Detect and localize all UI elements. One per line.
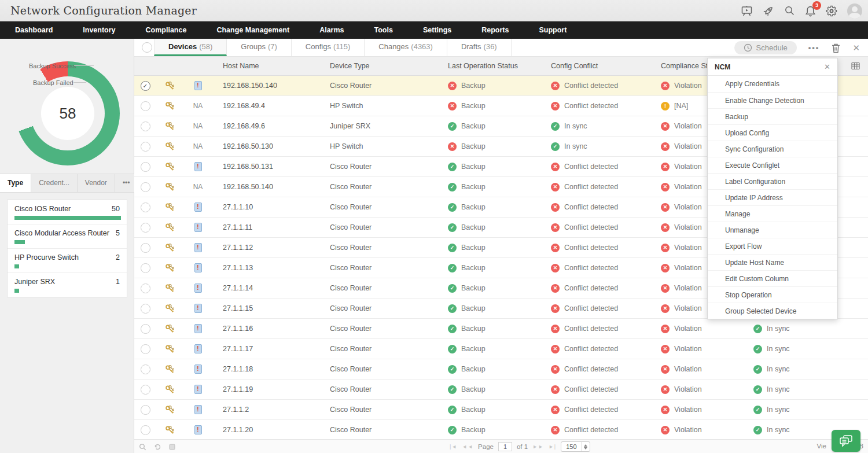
col-header-config-conflict[interactable]: Config Conflict (539, 57, 652, 75)
user-avatar[interactable] (847, 3, 862, 19)
page-number-input[interactable] (498, 442, 512, 451)
row-checkbox[interactable] (141, 162, 150, 172)
host-name[interactable]: 192.168.50.140 (223, 183, 273, 191)
row-checkbox[interactable] (141, 425, 150, 435)
menu-item-manage[interactable]: Manage (708, 205, 837, 222)
col-header-last-operation-status[interactable]: Last Operation Status (429, 57, 539, 75)
table-row[interactable]: !27.1.1.17Cisco Router✓Backup✕Conflict d… (134, 339, 868, 359)
table-search-icon[interactable] (139, 443, 146, 451)
last-page-button[interactable]: ►| (549, 444, 556, 450)
nav-item-tools[interactable]: Tools (359, 21, 408, 39)
row-checkbox[interactable] (141, 243, 150, 253)
host-name[interactable]: 27.1.1.19 (223, 385, 253, 393)
type-list-item[interactable]: Cisco Modular Access Router5 (8, 224, 127, 249)
host-name[interactable]: 27.1.1.13 (223, 264, 253, 272)
select-all-checkbox[interactable] (142, 42, 152, 53)
row-checkbox[interactable] (141, 101, 150, 111)
menu-item-enable-change-detection[interactable]: Enable Change Detection (708, 92, 837, 108)
menu-item-unmanage[interactable]: Unmanage (708, 222, 837, 238)
prev-page-button[interactable]: ◄◄ (462, 444, 473, 450)
row-checkbox[interactable]: ✓ (141, 81, 150, 91)
row-checkbox[interactable] (141, 202, 150, 212)
refresh-icon[interactable] (154, 443, 161, 451)
table-row[interactable]: !27.1.1.19Cisco Router✓Backup✕Conflict d… (134, 380, 868, 400)
tab-configs[interactable]: Configs(115) (292, 39, 365, 56)
nav-item-change-management[interactable]: Change Management (201, 21, 304, 39)
row-checkbox[interactable] (141, 364, 150, 374)
table-row[interactable]: !27.1.1.18Cisco Router✓Backup✕Conflict d… (134, 359, 868, 380)
per-page-select[interactable]: 150 (561, 441, 590, 452)
stop-icon[interactable] (169, 444, 175, 450)
menu-item-export-flow[interactable]: Export Flow (708, 238, 837, 254)
menu-item-upload-config[interactable]: Upload Config (708, 124, 837, 141)
row-checkbox[interactable] (141, 344, 150, 354)
row-checkbox[interactable] (141, 304, 150, 314)
menu-item-update-ip-address[interactable]: Update IP Address (708, 189, 837, 205)
host-name[interactable]: 192.168.49.6 (223, 122, 265, 130)
nav-item-reports[interactable]: Reports (466, 21, 524, 39)
tab-devices[interactable]: Devices(58) (154, 39, 227, 56)
presentation-icon[interactable] (741, 5, 753, 16)
row-checkbox[interactable] (141, 263, 150, 273)
rocket-icon[interactable] (763, 5, 774, 17)
host-name[interactable]: 27.1.1.18 (223, 365, 253, 373)
row-checkbox[interactable] (141, 223, 150, 233)
menu-item-group-selected-device[interactable]: Group Selected Device (708, 303, 837, 319)
row-checkbox[interactable] (141, 182, 150, 192)
host-name[interactable]: 192.168.150.140 (223, 82, 277, 90)
sidebar-tab-vendor[interactable]: Vendor (78, 174, 115, 192)
schedule-button[interactable]: Schedule (734, 41, 797, 54)
menu-item-apply-credentials[interactable]: Apply Credentials (708, 76, 837, 92)
menu-item-sync-configuration[interactable]: Sync Configuration (708, 141, 837, 157)
menu-item-backup[interactable]: Backup (708, 108, 837, 124)
row-checkbox[interactable] (141, 283, 150, 293)
nav-item-alarms[interactable]: Alarms (304, 21, 359, 39)
menu-close-icon[interactable]: ✕ (824, 62, 830, 71)
host-name[interactable]: 192.168.50.130 (223, 142, 273, 150)
sidebar-tab-credent[interactable]: Credent... (31, 174, 78, 192)
live-chat-button[interactable] (832, 430, 860, 452)
host-name[interactable]: 27.1.1.17 (223, 345, 253, 353)
host-name[interactable]: 27.1.1.20 (223, 426, 253, 434)
row-checkbox[interactable] (141, 385, 150, 395)
menu-item-label-configuration[interactable]: Label Configuration (708, 173, 837, 189)
nav-item-support[interactable]: Support (524, 21, 582, 39)
notifications-bell-icon[interactable]: 3 (805, 5, 816, 17)
type-list-item[interactable]: HP Procurve Switch2 (8, 249, 127, 273)
row-checkbox[interactable] (141, 142, 150, 152)
table-row[interactable]: !27.1.1.2Cisco Router✓Backup✕Conflict de… (134, 400, 868, 420)
row-checkbox[interactable] (141, 121, 150, 131)
nav-item-settings[interactable]: Settings (408, 21, 466, 39)
col-header-host-name[interactable]: Host Name (212, 57, 319, 75)
nav-item-inventory[interactable]: Inventory (68, 21, 130, 39)
menu-item-edit-custom-column[interactable]: Edit Custom Column (708, 270, 837, 286)
more-actions-button[interactable]: ••• (808, 43, 820, 52)
next-page-button[interactable]: ►► (532, 444, 544, 450)
host-name[interactable]: 27.1.1.12 (223, 244, 253, 252)
host-name[interactable]: 27.1.1.16 (223, 325, 253, 333)
tab-changes[interactable]: Changes(4363) (365, 39, 447, 56)
search-icon[interactable] (784, 5, 795, 16)
nav-item-compliance[interactable]: Compliance (131, 21, 202, 39)
menu-item-update-host-name[interactable]: Update Host Name (708, 254, 837, 270)
first-page-button[interactable]: |◄ (450, 444, 457, 450)
type-list-item[interactable]: Cisco IOS Router50 (8, 200, 127, 224)
row-checkbox[interactable] (141, 324, 150, 334)
table-row[interactable]: !27.1.1.20Cisco Router✓Backup✕Conflict d… (134, 420, 868, 439)
settings-gear-icon[interactable] (826, 5, 837, 17)
menu-item-execute-configlet[interactable]: Execute Configlet (708, 157, 837, 173)
menu-item-stop-operation[interactable]: Stop Operation (708, 286, 837, 303)
tab-groups[interactable]: Groups(7) (227, 39, 292, 56)
host-name[interactable]: 27.1.1.15 (223, 304, 253, 312)
column-chooser-icon[interactable] (851, 62, 860, 70)
host-name[interactable]: 27.1.1.14 (223, 284, 253, 292)
host-name[interactable]: 192.168.49.4 (223, 102, 265, 110)
host-name[interactable]: 27.1.1.10 (223, 203, 253, 211)
host-name[interactable]: 27.1.1.11 (223, 223, 252, 231)
delete-button[interactable] (831, 43, 841, 53)
nav-item-dashboard[interactable]: Dashboard (0, 21, 68, 39)
host-name[interactable]: 27.1.1.2 (223, 406, 249, 414)
row-checkbox[interactable] (141, 405, 150, 415)
host-name[interactable]: 192.168.50.131 (223, 163, 273, 171)
type-list-item[interactable]: Juniper SRX1 (8, 273, 127, 297)
